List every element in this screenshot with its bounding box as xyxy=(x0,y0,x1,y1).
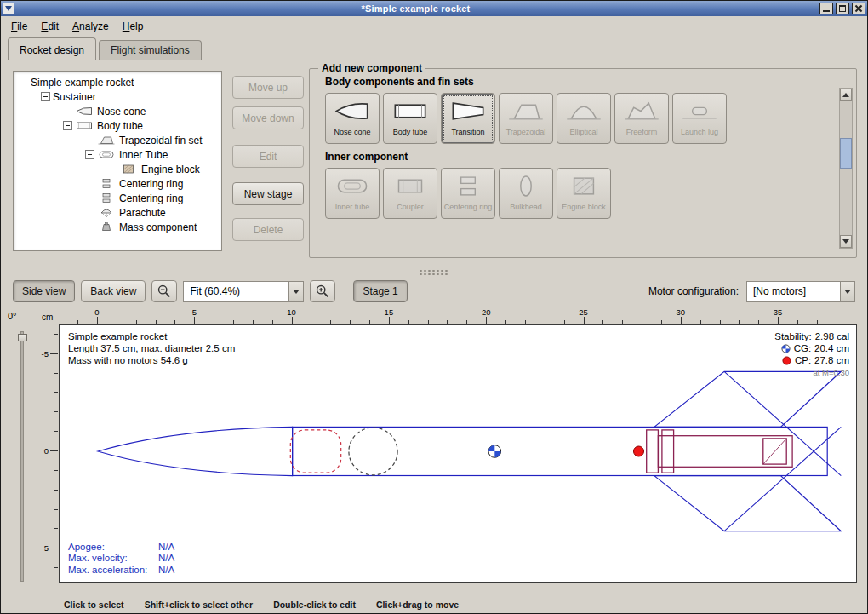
menu-file[interactable]: File xyxy=(4,18,34,35)
tree-item-centering-ring[interactable]: Centering ring xyxy=(15,176,220,191)
scroll-thumb[interactable] xyxy=(840,138,852,169)
coupler-icon xyxy=(391,172,430,199)
tree-item-label: Centering ring xyxy=(119,192,183,204)
move-down-button[interactable]: Move down xyxy=(232,106,304,129)
tree-collapse-icon[interactable] xyxy=(63,121,72,130)
menu-analyze[interactable]: Analyze xyxy=(66,18,116,35)
zoom-out-icon xyxy=(157,284,172,299)
back-view-button[interactable]: Back view xyxy=(81,280,146,302)
stage-1-toggle-button[interactable]: Stage 1 xyxy=(353,280,407,302)
max-acceleration-row: Max. acceleration:N/A xyxy=(68,565,174,577)
component-tree[interactable]: Simple example rocketSustainerNose coneB… xyxy=(13,71,222,251)
add-trapezoidal-button[interactable]: Trapezoidal xyxy=(499,93,553,144)
hint-double-click: Double-click to edit xyxy=(273,600,356,613)
tab-rocket-design[interactable]: Rocket design xyxy=(8,37,96,60)
menu-edit[interactable]: Edit xyxy=(34,18,66,35)
menu-help[interactable]: Help xyxy=(116,18,151,35)
section-label-body-components-and-fin-sets: Body components and fin sets xyxy=(325,76,849,88)
cp-value: 27.8 cm xyxy=(814,354,849,366)
add-centering-ring-button[interactable]: Centering ring xyxy=(441,168,495,219)
minimize-icon xyxy=(823,10,830,12)
add-freeform-button[interactable]: Freeform xyxy=(614,93,669,144)
zoom-in-button[interactable] xyxy=(310,280,335,302)
add-body-tube-button[interactable]: Body tube xyxy=(383,93,437,144)
hint-click-select: Click to select xyxy=(64,600,124,613)
rocket-info: Simple example rocket Length 37.5 cm, ma… xyxy=(68,330,235,366)
titlebar[interactable]: *Simple example rocket xyxy=(1,1,867,16)
splitter-handle[interactable] xyxy=(1,267,867,277)
add-transition-button[interactable]: Transition xyxy=(441,93,495,144)
rocket-dimensions: Length 37.5 cm, max. diameter 2.5 cm xyxy=(68,342,235,354)
h-ruler-label: 15 xyxy=(385,307,394,317)
rocket-name: Simple example rocket xyxy=(68,330,235,342)
tree-item-centering-ring[interactable]: Centering ring xyxy=(15,191,220,205)
motor-dropdown-arrow[interactable] xyxy=(840,282,854,301)
chevron-down-icon xyxy=(844,290,851,294)
tree-item-parachute[interactable]: Parachute xyxy=(15,205,220,220)
tree-item-sustainer[interactable]: Sustainer xyxy=(15,89,220,104)
component-button-label: Coupler xyxy=(385,199,435,215)
rocket-canvas[interactable]: Simple example rocket Length 37.5 cm, ma… xyxy=(59,324,857,583)
component-scrollbar[interactable] xyxy=(839,88,853,249)
component-button-label: Transition xyxy=(443,124,493,141)
tab-flight-simulations[interactable]: Flight simulations xyxy=(99,40,202,60)
add-elliptical-button[interactable]: Elliptical xyxy=(557,93,611,144)
add-engine-block-button[interactable]: Engine block xyxy=(557,168,611,219)
h-ruler-label: 25 xyxy=(579,307,588,317)
tree-item-engine-block[interactable]: Engine block xyxy=(15,162,220,176)
v-ruler-label: 5 xyxy=(44,543,49,553)
tree-item-nose-cone[interactable]: Nose cone xyxy=(15,104,220,118)
h-ruler-label: 5 xyxy=(192,307,197,317)
scroll-down-button[interactable] xyxy=(840,235,852,248)
tree-item-inner-tube[interactable]: Inner Tube xyxy=(15,147,220,162)
fin-set-icon xyxy=(97,135,116,146)
zoom-out-button[interactable] xyxy=(151,280,177,302)
component-button-label: Inner tube xyxy=(328,199,377,215)
body-tube-icon xyxy=(75,120,94,131)
tree-item-mass-component[interactable]: Mass component xyxy=(15,220,220,234)
statusbar: Click to select Shift+click to select ot… xyxy=(1,594,867,613)
zoom-dropdown-arrow[interactable] xyxy=(288,282,303,301)
delete-button[interactable]: Delete xyxy=(232,218,304,241)
chevron-down-icon xyxy=(293,290,300,294)
add-launch-lug-button[interactable]: Launch lug xyxy=(672,93,727,144)
tree-item-label: Engine block xyxy=(141,164,200,175)
add-bulkhead-button[interactable]: Bulkhead xyxy=(499,168,553,219)
add-component-group: Add new component Body components and fi… xyxy=(309,62,857,258)
vertical-ruler: -505 xyxy=(38,324,58,583)
engine-block-icon xyxy=(119,164,138,175)
cp-label: CP: xyxy=(795,354,811,366)
add-inner-tube-button[interactable]: Inner tube xyxy=(325,168,380,219)
tree-item-simple-example-rocket[interactable]: Simple example rocket xyxy=(15,75,220,89)
flight-stats: Apogee:N/A Max. velocity:N/A Max. accele… xyxy=(68,542,174,577)
maximize-button[interactable] xyxy=(836,3,849,14)
tree-item-trapezoidal-fin-set[interactable]: Trapezoidal fin set xyxy=(15,133,220,147)
move-up-button[interactable]: Move up xyxy=(232,76,304,99)
close-button[interactable] xyxy=(852,3,865,14)
tree-collapse-icon[interactable] xyxy=(85,150,94,159)
tree-collapse-icon[interactable] xyxy=(41,92,50,101)
motor-configuration-select[interactable]: [No motors] xyxy=(746,281,855,302)
component-button-label: Body tube xyxy=(385,124,435,141)
h-ruler-label: 30 xyxy=(677,307,686,317)
maximize-icon xyxy=(839,5,846,12)
rotation-slider[interactable] xyxy=(20,331,24,582)
centering-ring-icon xyxy=(97,178,116,189)
add-nose-cone-button[interactable]: Nose cone xyxy=(325,93,380,144)
scroll-up-button[interactable] xyxy=(840,89,852,101)
side-view-button[interactable]: Side view xyxy=(13,280,75,302)
stability-value: 2.98 cal xyxy=(815,330,849,342)
zoom-select[interactable]: Fit (60.4%) xyxy=(183,281,304,302)
centering-ring-icon xyxy=(97,192,116,204)
rotation-slider-handle[interactable] xyxy=(18,334,27,341)
rocket-mass: Mass with no motors 54.6 g xyxy=(68,354,235,366)
add-coupler-button[interactable]: Coupler xyxy=(383,168,437,219)
body-tube-icon xyxy=(391,97,430,124)
window-menu-icon[interactable] xyxy=(3,3,14,14)
centering-ring-icon xyxy=(448,172,488,199)
edit-button[interactable]: Edit xyxy=(232,145,304,168)
minimize-button[interactable] xyxy=(819,3,833,14)
parachute-icon xyxy=(97,207,116,218)
tree-item-body-tube[interactable]: Body tube xyxy=(15,118,220,133)
new-stage-button[interactable]: New stage xyxy=(232,182,304,205)
